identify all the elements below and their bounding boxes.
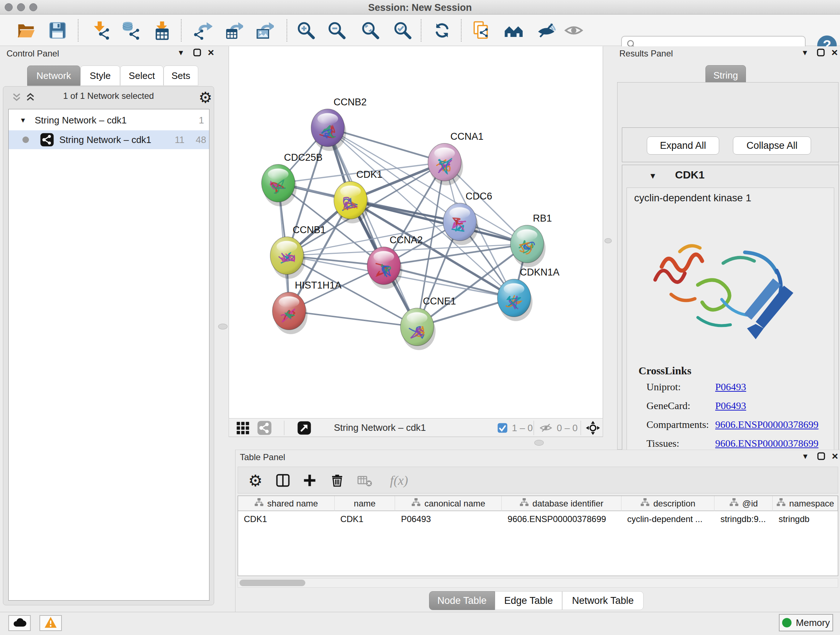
network-node-CCNB1[interactable]: CCNB1	[270, 225, 326, 279]
panel-close-icon[interactable]: ×	[205, 46, 217, 59]
column-header-namespace[interactable]: namespace	[773, 496, 838, 511]
table-cell[interactable]: 9606.ENSP00000378699	[502, 512, 622, 526]
zoom-selected-icon[interactable]	[393, 20, 413, 41]
tree-expander-icon[interactable]: ▾	[21, 116, 25, 125]
scrollbar-thumb[interactable]	[240, 580, 305, 586]
network-node-CCNB2[interactable]: CCNB2	[311, 97, 367, 151]
tab-node-table[interactable]: Node Table	[429, 591, 495, 610]
panel-float-icon[interactable]	[815, 450, 827, 462]
table-cell[interactable]: CDK1	[238, 512, 335, 526]
open-session-icon[interactable]	[16, 20, 36, 41]
panel-float-icon[interactable]	[191, 46, 203, 59]
crosslink-row: GeneCard:P06493	[627, 400, 834, 417]
network-tree-row[interactable]: String Network – cdk11148	[9, 130, 209, 149]
table-cell[interactable]: stringdb	[773, 512, 838, 526]
column-header-name[interactable]: name	[335, 496, 395, 511]
string-app-icon	[40, 133, 54, 149]
tree-hierarchy-icon	[254, 498, 264, 509]
network-node-HIST1H1A[interactable]: HIST1H1A	[272, 280, 341, 334]
duplicate-network-icon[interactable]	[471, 20, 492, 41]
panel-close-icon[interactable]: ×	[829, 46, 840, 59]
hidden-eye-slash-icon[interactable]	[538, 420, 553, 436]
network-canvas[interactable]: CCNB2CCNA1CDC25BCDK1CDC6RB1CCNB1CCNA2CDK…	[229, 46, 603, 418]
control-panel-title: Control Panel	[6, 49, 59, 59]
gear-icon[interactable]: ⚙	[246, 471, 265, 490]
selected-checkbox-icon[interactable]	[496, 420, 509, 436]
edge-CCNB2-CCNE1[interactable]	[328, 128, 417, 327]
node-label-CCNB1: CCNB1	[293, 225, 326, 235]
crosslink-value-link[interactable]: P06493	[715, 400, 746, 412]
save-session-icon[interactable]	[47, 20, 68, 41]
collapse-all-button[interactable]: Collapse All	[733, 136, 811, 155]
network-nodes: CCNB2CCNA1CDC25BCDK1CDC6RB1CCNB1CCNA2CDK…	[262, 97, 560, 350]
panel-float-icon[interactable]	[815, 46, 827, 59]
import-network-database-icon[interactable]	[121, 20, 141, 41]
table-row[interactable]: CDK1CDK1P064939606.ENSP00000378699cyclin…	[238, 512, 838, 526]
column-header-description[interactable]: description	[622, 496, 715, 511]
crosslink-value-link[interactable]: 9606.ENSP00000378699	[715, 438, 818, 449]
network-node-CCNA1[interactable]: CCNA1	[428, 131, 484, 185]
right-splitter-handle[interactable]	[605, 238, 612, 243]
gear-icon[interactable]: ⚙	[199, 89, 212, 106]
crosslink-row: Uniprot:P06493	[627, 381, 834, 399]
edge-HIST1H1A-CCNE1[interactable]	[289, 311, 417, 327]
zoom-in-icon[interactable]	[296, 20, 316, 41]
function-builder-icon[interactable]: f(x)	[383, 471, 415, 490]
network-node-CDKN1A[interactable]: CDKN1A	[497, 267, 560, 321]
left-splitter-handle[interactable]	[218, 324, 227, 329]
panel-menu-chevron-icon[interactable]: ▾	[799, 46, 811, 59]
collapse-section-icon[interactable]: ▾	[651, 170, 655, 181]
column-label: description	[653, 499, 695, 509]
share-network-icon[interactable]	[256, 420, 272, 436]
delete-column-trash-icon[interactable]	[328, 471, 347, 490]
tab-sets[interactable]: Sets	[164, 65, 198, 86]
table-cell[interactable]: P06493	[395, 512, 502, 526]
refresh-icon[interactable]	[432, 20, 452, 41]
panel-menu-chevron-icon[interactable]: ▾	[799, 450, 812, 462]
crosslink-value-link[interactable]: 9606.ENSP00000378699	[715, 419, 818, 431]
export-image-icon[interactable]	[254, 20, 274, 41]
import-network-icon[interactable]	[91, 20, 111, 41]
bottom-splitter-handle[interactable]	[534, 440, 544, 446]
import-table-icon[interactable]	[152, 20, 172, 41]
network-node-CCNE1[interactable]: CCNE1	[401, 296, 456, 350]
crosslink-label: GeneCard:	[646, 400, 690, 412]
column-header-database-identifier[interactable]: database identifier	[502, 496, 622, 511]
toolbar-separator	[581, 421, 581, 435]
export-network-icon[interactable]	[193, 20, 213, 41]
tab-style[interactable]: Style	[80, 65, 120, 86]
open-in-window-icon[interactable]	[296, 420, 312, 436]
horizontal-scrollbar[interactable]	[238, 578, 838, 587]
two-houses-icon[interactable]	[504, 20, 524, 41]
add-column-plus-icon[interactable]	[300, 471, 319, 490]
cloud-status-button[interactable]	[8, 615, 31, 631]
column-header--id[interactable]: @id	[714, 496, 773, 511]
show-columns-icon[interactable]	[273, 471, 292, 490]
fit-selected-crosshair-icon[interactable]	[585, 420, 601, 436]
hide-selected-eye-icon[interactable]	[536, 20, 556, 41]
memory-button[interactable]: Memory	[779, 614, 833, 631]
birdseye-grid-icon[interactable]	[235, 420, 251, 436]
tab-select[interactable]: Select	[120, 65, 164, 86]
tab-edge-table[interactable]: Edge Table	[495, 591, 562, 610]
crosslink-value-link[interactable]: P06493	[715, 381, 746, 393]
table-cell[interactable]: CDK1	[335, 512, 395, 526]
table-cell[interactable]: stringdb:9...	[714, 512, 773, 526]
export-table-icon[interactable]	[223, 20, 243, 41]
table-cell[interactable]: cyclin-dependent ...	[622, 512, 715, 526]
delete-table-icon[interactable]	[355, 471, 374, 490]
show-all-eye-icon[interactable]	[564, 20, 584, 41]
expand-all-button[interactable]: Expand All	[647, 136, 719, 155]
panel-menu-chevron-icon[interactable]: ▾	[175, 46, 187, 59]
tab-network[interactable]: Network	[27, 65, 80, 86]
network-node-RB1[interactable]: RB1	[510, 213, 552, 267]
zoom-out-icon[interactable]	[327, 20, 347, 41]
column-header-shared-name[interactable]: shared name	[238, 496, 335, 511]
warning-status-button[interactable]	[39, 615, 62, 631]
network-tree-row[interactable]: ▾String Network – cdk11	[9, 111, 209, 130]
tab-network-table[interactable]: Network Table	[562, 591, 644, 610]
column-header-canonical-name[interactable]: canonical name	[395, 496, 502, 511]
column-label: database identifier	[532, 499, 603, 509]
zoom-fit-icon[interactable]	[360, 20, 381, 41]
panel-close-icon[interactable]: ×	[829, 450, 840, 462]
